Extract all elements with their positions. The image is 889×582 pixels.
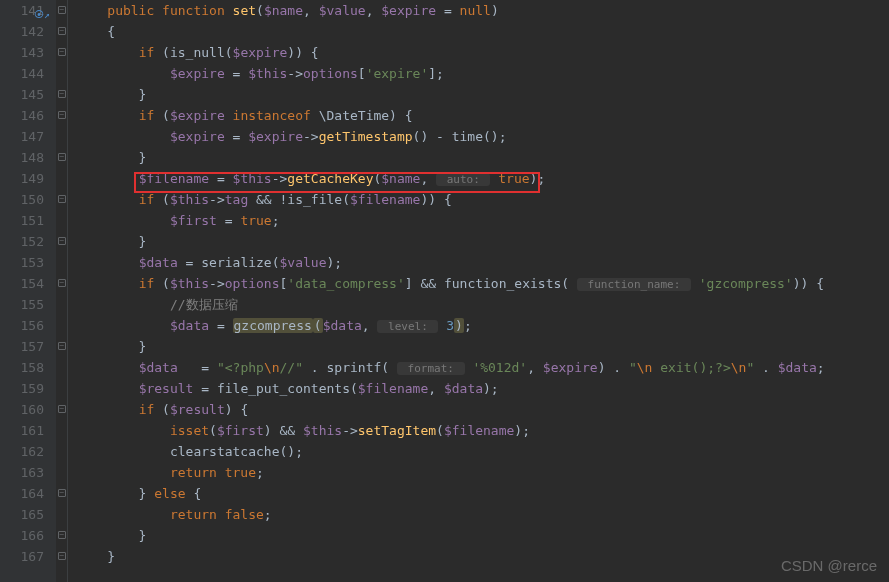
line-number: 154 [0, 273, 44, 294]
line-number: 167 [0, 546, 44, 567]
fold-toggle-icon[interactable]: − [58, 405, 66, 413]
line-number: 160 [0, 399, 44, 420]
code-line[interactable]: } [76, 546, 889, 567]
code-area[interactable]: public function set($name, $value, $expi… [68, 0, 889, 582]
code-line[interactable]: $expire = $this->options['expire']; [76, 63, 889, 84]
line-number: 144 [0, 63, 44, 84]
code-line[interactable]: } [76, 84, 889, 105]
code-line[interactable]: } [76, 231, 889, 252]
line-number: 158 [0, 357, 44, 378]
code-line[interactable]: } else { [76, 483, 889, 504]
line-number: 156 [0, 315, 44, 336]
fold-toggle-icon[interactable]: − [58, 279, 66, 287]
code-line[interactable]: $result = file_put_contents($filename, $… [76, 378, 889, 399]
code-line[interactable]: } [76, 336, 889, 357]
line-number: 164 [0, 483, 44, 504]
line-number: 143 [0, 42, 44, 63]
line-number: 163 [0, 462, 44, 483]
line-number: 147 [0, 126, 44, 147]
code-line[interactable]: { [76, 21, 889, 42]
code-line[interactable]: $data = serialize($value); [76, 252, 889, 273]
code-line[interactable]: } [76, 525, 889, 546]
fold-toggle-icon[interactable]: − [58, 153, 66, 161]
line-number: 150 [0, 189, 44, 210]
code-line[interactable]: if ($this->tag && !is_file($filename)) { [76, 189, 889, 210]
code-line[interactable]: if ($this->options['data_compress'] && f… [76, 273, 889, 294]
code-line[interactable]: if (is_null($expire)) { [76, 42, 889, 63]
fold-toggle-icon[interactable]: − [58, 531, 66, 539]
code-line[interactable]: if ($result) { [76, 399, 889, 420]
line-number: 148 [0, 147, 44, 168]
run-gutter-icon[interactable]: ⦿↗ [34, 4, 50, 25]
fold-column: −−−−−−−−−−−−−− [56, 0, 68, 582]
line-number: 153 [0, 252, 44, 273]
line-number: 149 [0, 168, 44, 189]
code-line[interactable]: $filename = $this->getCacheKey($name, au… [76, 168, 889, 189]
fold-toggle-icon[interactable]: − [58, 6, 66, 14]
code-line[interactable]: return true; [76, 462, 889, 483]
fold-toggle-icon[interactable]: − [58, 111, 66, 119]
fold-toggle-icon[interactable]: − [58, 489, 66, 497]
line-number: 165 [0, 504, 44, 525]
fold-toggle-icon[interactable]: − [58, 237, 66, 245]
line-number: 166 [0, 525, 44, 546]
code-line[interactable]: public function set($name, $value, $expi… [76, 0, 889, 21]
line-number: 161 [0, 420, 44, 441]
code-line[interactable]: clearstatcache(); [76, 441, 889, 462]
line-number: 145 [0, 84, 44, 105]
code-line[interactable]: $first = true; [76, 210, 889, 231]
code-editor[interactable]: ⦿↗ 1411421431441451461471481491501511521… [0, 0, 889, 582]
line-number: 152 [0, 231, 44, 252]
fold-toggle-icon[interactable]: − [58, 342, 66, 350]
fold-toggle-icon[interactable]: − [58, 552, 66, 560]
code-line[interactable]: isset($first) && $this->setTagItem($file… [76, 420, 889, 441]
line-number: 151 [0, 210, 44, 231]
line-number: 159 [0, 378, 44, 399]
line-number: 155 [0, 294, 44, 315]
code-line[interactable]: //数据压缩 [76, 294, 889, 315]
fold-toggle-icon[interactable]: − [58, 90, 66, 98]
code-line[interactable]: $data = gzcompress($data, level: 3); [76, 315, 889, 336]
line-number: 146 [0, 105, 44, 126]
fold-toggle-icon[interactable]: − [58, 27, 66, 35]
code-line[interactable]: $expire = $expire->getTimestamp() - time… [76, 126, 889, 147]
line-number-gutter: ⦿↗ 1411421431441451461471481491501511521… [0, 0, 56, 582]
code-line[interactable]: $data = "<?php\n//" . sprintf( format: '… [76, 357, 889, 378]
code-line[interactable]: return false; [76, 504, 889, 525]
line-number: 157 [0, 336, 44, 357]
fold-toggle-icon[interactable]: − [58, 195, 66, 203]
fold-toggle-icon[interactable]: − [58, 48, 66, 56]
code-line[interactable]: if ($expire instanceof \DateTime) { [76, 105, 889, 126]
line-number: 162 [0, 441, 44, 462]
code-line[interactable]: } [76, 147, 889, 168]
